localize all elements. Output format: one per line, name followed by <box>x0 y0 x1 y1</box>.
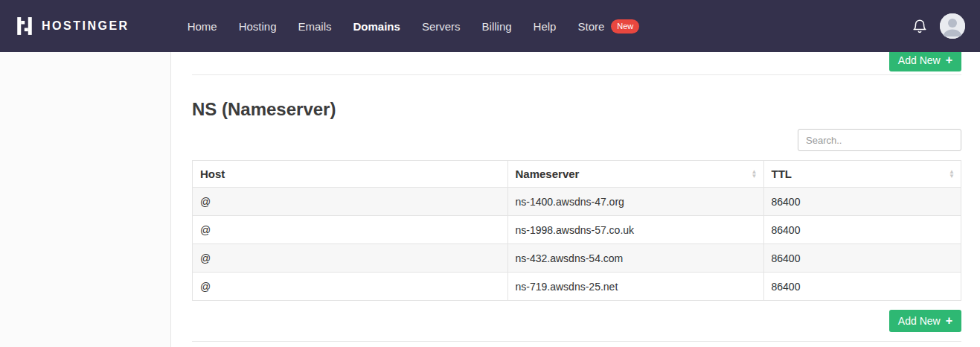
bottom-actions-row: Add New + <box>192 310 961 332</box>
plus-icon: + <box>946 54 952 66</box>
cell-nameserver: ns-1998.awsdns-57.co.uk <box>507 216 763 244</box>
search-input[interactable] <box>798 129 961 151</box>
add-new-button-label: Add New <box>898 54 941 66</box>
add-new-record-button-top[interactable]: Add New + <box>889 52 961 71</box>
add-new-button-label: Add New <box>898 315 941 327</box>
sidebar <box>0 52 171 347</box>
nav-item-billing[interactable]: Billing <box>482 20 512 33</box>
cell-host: @ <box>193 273 508 301</box>
cell-ttl: 86400 <box>763 273 961 301</box>
column-header-host[interactable]: Host <box>193 161 508 188</box>
sort-icon[interactable]: ▲▼ <box>752 170 758 179</box>
brand-name: HOSTINGER <box>42 19 129 33</box>
cell-nameserver: ns-719.awsdns-25.net <box>507 273 763 301</box>
cell-ttl: 86400 <box>763 216 961 244</box>
table-row: @ ns-719.awsdns-25.net 86400 <box>193 273 961 301</box>
page-title: NS (Nameserver) <box>192 99 961 120</box>
nav-item-domains[interactable]: Domains <box>353 20 400 33</box>
hostinger-logo-icon <box>15 16 34 36</box>
table-row: @ ns-1400.awsdns-47.org 86400 <box>193 188 961 216</box>
add-new-record-button-bottom[interactable]: Add New + <box>889 310 961 332</box>
column-header-nameserver[interactable]: Nameserver ▲▼ <box>507 161 763 188</box>
main-panel: Add New + NS (Nameserver) Host Nameserve… <box>171 52 980 347</box>
section-divider-bottom <box>192 341 961 342</box>
content-area: Add New + NS (Nameserver) Host Nameserve… <box>0 52 980 347</box>
section-divider-top <box>192 74 961 75</box>
top-navbar: HOSTINGER Home Hosting Emails Domains Se… <box>0 0 980 52</box>
notifications-bell-icon[interactable] <box>912 17 928 35</box>
cell-ttl: 86400 <box>763 188 961 216</box>
cell-ttl: 86400 <box>763 244 961 273</box>
nav-item-servers[interactable]: Servers <box>422 20 461 33</box>
cell-host: @ <box>193 216 508 244</box>
sort-icon[interactable]: ▲▼ <box>949 170 955 179</box>
cell-nameserver: ns-1400.awsdns-47.org <box>507 188 763 216</box>
cell-host: @ <box>193 188 508 216</box>
nav-item-hosting[interactable]: Hosting <box>239 20 277 33</box>
nav-item-store-wrap: Store New <box>577 19 639 34</box>
column-header-ttl[interactable]: TTL ▲▼ <box>763 161 961 188</box>
nav-item-emails[interactable]: Emails <box>298 20 332 33</box>
nav-item-store[interactable]: Store <box>577 20 604 33</box>
nav-item-home[interactable]: Home <box>188 20 217 33</box>
cell-nameserver: ns-432.awsdns-54.com <box>507 244 763 273</box>
table-row: @ ns-1998.awsdns-57.co.uk 86400 <box>193 216 961 244</box>
brand-logo[interactable]: HOSTINGER <box>15 16 129 36</box>
search-row <box>192 129 961 151</box>
table-header-row: Host Nameserver ▲▼ TTL ▲▼ <box>193 161 961 188</box>
table-row: @ ns-432.awsdns-54.com 86400 <box>193 244 961 273</box>
main-nav: Home Hosting Emails Domains Servers Bill… <box>188 19 640 34</box>
nav-item-help[interactable]: Help <box>534 20 557 33</box>
store-new-badge: New <box>611 19 639 34</box>
nameserver-table: Host Nameserver ▲▼ TTL ▲▼ @ ns-1400.awsd… <box>192 160 961 301</box>
navbar-right <box>912 13 965 39</box>
user-avatar[interactable] <box>940 13 965 39</box>
cell-host: @ <box>193 244 508 273</box>
top-actions-row: Add New + <box>192 52 961 71</box>
plus-icon: + <box>946 315 952 327</box>
